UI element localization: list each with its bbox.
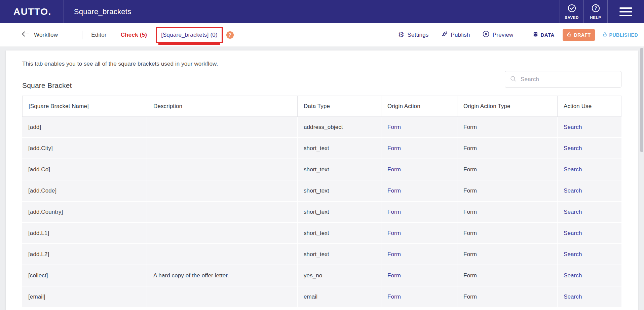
action-use-link[interactable]: Search — [564, 272, 582, 279]
bracket-name-cell: [add.L1] — [22, 223, 147, 244]
data-label: DATA — [541, 32, 555, 38]
settings-label: Settings — [408, 32, 429, 38]
square-brackets-table: [Square Bracket Name] Description Data T… — [22, 96, 621, 308]
table-row: [collect] A hard copy of the offer lette… — [22, 265, 621, 286]
check-circle-icon — [567, 4, 576, 14]
action-use-cell: Search — [558, 159, 621, 180]
action-use-cell: Search — [558, 117, 621, 138]
menu-icon[interactable] — [608, 0, 644, 23]
table-row: [email] email Form Form Search — [22, 286, 621, 308]
header-actions: SAVED ? HELP — [560, 0, 644, 23]
saved-label: SAVED — [565, 15, 579, 20]
action-use-link[interactable]: Search — [564, 124, 582, 130]
table-header-row: [Square Bracket Name] Description Data T… — [22, 96, 621, 117]
origin-action-type-cell: Form — [457, 202, 558, 223]
origin-action-cell: Form — [381, 138, 457, 159]
origin-action-cell: Form — [381, 202, 457, 223]
bracket-name-cell: [add.Code] — [22, 180, 147, 202]
header-divider — [64, 0, 64, 23]
description-cell: A hard copy of the offer letter. — [147, 265, 298, 286]
column-data-type: Data Type — [298, 96, 381, 117]
description-cell — [147, 244, 298, 265]
action-use-cell: Search — [558, 202, 621, 223]
tab-description: This tab enables you to see all of the s… — [22, 61, 621, 67]
workflow-subnav: Workflow Editor Check (5) [Square_bracke… — [0, 23, 644, 46]
column-description: Description — [147, 96, 298, 117]
data-type-cell: short_text — [298, 138, 381, 159]
tab-check[interactable]: Check (5) — [121, 32, 147, 38]
data-button[interactable]: DATA — [533, 32, 555, 38]
origin-action-type-cell: Form — [457, 117, 558, 138]
origin-action-link[interactable]: Form — [387, 166, 401, 173]
origin-action-type-cell: Form — [457, 159, 558, 180]
origin-action-type-cell: Form — [457, 265, 558, 286]
data-type-cell: short_text — [298, 180, 381, 202]
back-to-workflow-button[interactable]: Workflow — [22, 31, 58, 38]
column-action-use: Action Use — [558, 96, 621, 117]
data-type-cell: short_text — [298, 202, 381, 223]
action-use-cell: Search — [558, 244, 621, 265]
search-input[interactable] — [520, 76, 616, 83]
published-label: PUBLISHED — [609, 32, 638, 38]
origin-action-link[interactable]: Form — [387, 145, 401, 151]
draft-button[interactable]: DRAFT — [563, 29, 595, 41]
data-type-cell: email — [298, 286, 381, 308]
origin-action-cell: Form — [381, 265, 457, 286]
scrollbar-thumb[interactable] — [640, 48, 643, 152]
tab-square-brackets[interactable]: [Square_brackets] (0) — [161, 32, 218, 38]
origin-action-link[interactable]: Form — [387, 230, 401, 236]
origin-action-link[interactable]: Form — [387, 272, 401, 279]
data-type-cell: short_text — [298, 244, 381, 265]
description-cell — [147, 138, 298, 159]
app-header: AUTTO. Square_brackets SAVED ? HELP — [0, 0, 644, 23]
action-use-link[interactable]: Search — [564, 166, 582, 173]
action-use-link[interactable]: Search — [564, 209, 582, 215]
origin-action-cell: Form — [381, 159, 457, 180]
publish-label: Publish — [451, 32, 470, 38]
origin-action-type-cell: Form — [457, 138, 558, 159]
saved-status: SAVED — [560, 0, 583, 23]
origin-action-cell: Form — [381, 223, 457, 244]
publish-button[interactable]: Publish — [441, 31, 470, 39]
search-box[interactable] — [505, 71, 621, 88]
action-use-cell: Search — [558, 223, 621, 244]
action-use-link[interactable]: Search — [564, 230, 582, 236]
question-badge-icon[interactable]: ? — [226, 31, 234, 39]
origin-action-cell: Form — [381, 117, 457, 138]
table-row: [add.Code] short_text Form Form Search — [22, 180, 621, 202]
table-row: [add.Co] short_text Form Form Search — [22, 159, 621, 180]
settings-button[interactable]: ⚙ Settings — [398, 31, 429, 38]
origin-action-link[interactable]: Form — [387, 124, 401, 130]
table-row: [add.Country] short_text Form Form Searc… — [22, 202, 621, 223]
origin-action-link[interactable]: Form — [387, 209, 401, 215]
origin-action-cell: Form — [381, 180, 457, 202]
app-logo[interactable]: AUTTO. — [13, 6, 51, 17]
table-row: [add.L1] short_text Form Form Search — [22, 223, 621, 244]
subnav-divider — [523, 30, 523, 40]
action-use-link[interactable]: Search — [564, 294, 582, 300]
action-use-link[interactable]: Search — [564, 187, 582, 194]
description-cell — [147, 286, 298, 308]
origin-action-cell: Form — [381, 286, 457, 308]
origin-action-cell: Form — [381, 244, 457, 265]
action-use-link[interactable]: Search — [564, 251, 582, 257]
origin-action-type-cell: Form — [457, 180, 558, 202]
origin-action-link[interactable]: Form — [387, 251, 401, 257]
tab-editor[interactable]: Editor — [91, 32, 107, 38]
search-icon — [510, 75, 517, 83]
svg-text:?: ? — [594, 5, 597, 11]
table-header: [Square Bracket Name] Description Data T… — [22, 96, 621, 117]
description-cell — [147, 202, 298, 223]
preview-label: Preview — [493, 32, 514, 38]
bracket-name-cell: [add.L2] — [22, 244, 147, 265]
action-use-link[interactable]: Search — [564, 145, 582, 151]
lock-icon — [602, 32, 607, 38]
preview-button[interactable]: Preview — [482, 30, 514, 39]
origin-action-link[interactable]: Form — [387, 294, 401, 300]
help-button[interactable]: ? HELP — [584, 0, 607, 23]
origin-action-type-cell: Form — [457, 223, 558, 244]
data-type-cell: short_text — [298, 159, 381, 180]
origin-action-link[interactable]: Form — [387, 187, 401, 194]
published-button[interactable]: PUBLISHED — [602, 32, 638, 38]
table-row: [add] address_object Form Form Search — [22, 117, 621, 138]
